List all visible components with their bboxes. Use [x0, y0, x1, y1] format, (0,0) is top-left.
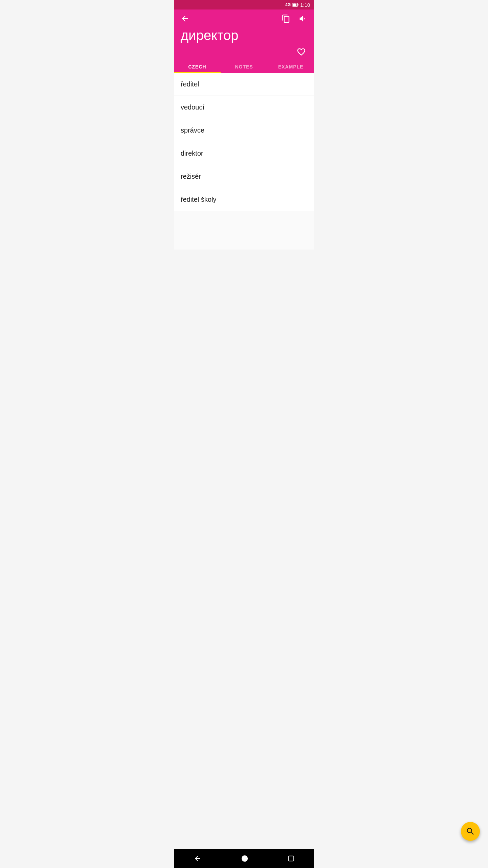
- volume-icon: [299, 14, 307, 23]
- app-header: директор: [174, 9, 314, 59]
- network-icon: 4G: [285, 2, 291, 7]
- list-item[interactable]: ředitel: [174, 73, 314, 96]
- favorite-row: [179, 46, 309, 58]
- favorite-button[interactable]: [295, 46, 307, 58]
- heart-icon: [297, 47, 306, 57]
- status-icons: 4G 1:10: [285, 2, 310, 8]
- list-item[interactable]: direktor: [174, 142, 314, 165]
- copy-button[interactable]: [280, 13, 292, 24]
- list-item[interactable]: vedoucí: [174, 96, 314, 119]
- volume-button[interactable]: [297, 13, 309, 24]
- tab-czech[interactable]: CZECH: [174, 59, 221, 73]
- list-item[interactable]: režisér: [174, 165, 314, 188]
- back-button[interactable]: [179, 13, 191, 24]
- tab-notes[interactable]: NOTES: [221, 59, 267, 73]
- header-actions: [280, 13, 309, 24]
- list-item[interactable]: správce: [174, 119, 314, 142]
- status-bar: 4G 1:10: [174, 0, 314, 9]
- battery-icon: [292, 3, 299, 7]
- translation-list: ředitel vedoucí správce direktor režisér…: [174, 73, 314, 250]
- svg-rect-1: [298, 4, 298, 6]
- tabs-bar: CZECH NOTES EXAMPLE: [174, 59, 314, 73]
- header-top-row: [179, 13, 309, 24]
- time-display: 1:10: [300, 2, 310, 8]
- tab-example[interactable]: EXAMPLE: [267, 59, 314, 73]
- list-item[interactable]: ředitel školy: [174, 188, 314, 211]
- back-arrow-icon: [181, 14, 189, 23]
- copy-icon: [282, 14, 290, 23]
- word-title: директор: [179, 28, 309, 43]
